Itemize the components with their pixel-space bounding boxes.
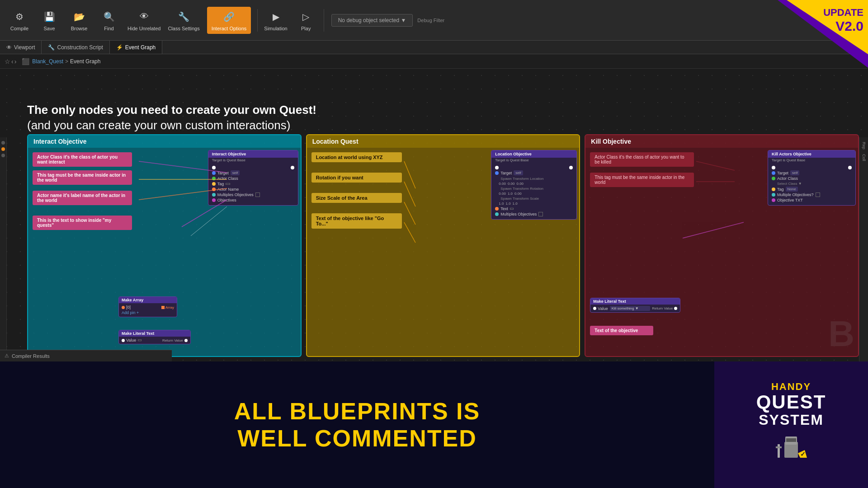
- svg-line-7: [404, 202, 415, 225]
- location-node-subtitle: Target is Quest Base: [491, 158, 576, 163]
- objectives-pin: [212, 198, 216, 202]
- loc-mult-checkbox[interactable]: [538, 212, 543, 216]
- location-item-4: Text of the objective like "Go To...": [311, 213, 402, 229]
- compile-button[interactable]: ⚙ Compile: [8, 9, 31, 31]
- actor-class-label: Actor Class: [217, 176, 238, 181]
- back-arrow-icon[interactable]: ‹: [11, 58, 14, 65]
- tab-bar: 👁 Viewport 🔧 Construction Script ⚡ Event…: [0, 41, 868, 54]
- kill-objective-panel: Kill Objective Actor Class it's the clas…: [585, 134, 859, 357]
- mult-objectives-label: Multiples Objectives: [217, 192, 254, 197]
- literal-return-pin: [184, 339, 188, 342]
- svg-rect-14: [786, 438, 796, 442]
- literal-return-label: Return Value: [162, 338, 183, 343]
- coll-label: Coll: [862, 154, 866, 161]
- rot-y-label: 1.0: [508, 192, 513, 196]
- update-badge-text: UPDATE V2.0: [823, 7, 863, 34]
- kill-mult-checkbox[interactable]: [816, 192, 820, 197]
- class-settings-button[interactable]: 🔧 Class Settings: [168, 9, 199, 31]
- kill-literal-value-label: Value: [598, 306, 608, 311]
- toolbar-separator-2: [324, 9, 324, 32]
- save-button[interactable]: 💾 Save: [38, 9, 61, 31]
- tag-label: Tag: [217, 182, 224, 186]
- background-b-letter: B: [828, 313, 854, 355]
- kill-exec-in: [772, 166, 775, 169]
- svg-line-5: [404, 161, 415, 188]
- array-out-label: Array: [165, 305, 174, 310]
- interact-objective-body: Actor Class it's the class of actor you …: [28, 148, 301, 353]
- kill-literal-header: Make Literal Text: [590, 298, 680, 305]
- star-icon[interactable]: ☆: [5, 58, 10, 65]
- literal-value-input[interactable]: [138, 339, 142, 341]
- svg-rect-16: [776, 446, 782, 448]
- loc-mult-pin: [495, 212, 499, 216]
- interact-options-button[interactable]: 🔗 Interact Options: [207, 7, 251, 34]
- mult-objectives-checkbox[interactable]: [255, 192, 260, 197]
- breadcrumb-bar: ☆ ‹ › ⬛ Blank_Quest > Event Graph: [0, 54, 868, 69]
- big-text-line2: WELL COMMENTED: [237, 425, 477, 452]
- spawn-transform-scale-label: Spawn Transform Scale: [495, 196, 573, 201]
- kill-return-pin: [674, 307, 677, 310]
- kill-make-literal-node: Make Literal Text Value Kill something ▼…: [590, 298, 680, 313]
- breadcrumb-separator: >: [65, 58, 68, 65]
- tag-input[interactable]: [226, 183, 230, 185]
- breadcrumb-current: Event Graph: [70, 58, 100, 65]
- class-settings-icon: 🔧: [177, 9, 191, 24]
- simulation-button[interactable]: ▶ Simulation: [264, 9, 287, 31]
- tab-viewport[interactable]: 👁 Viewport: [0, 41, 42, 54]
- interact-item-1: Actor Class it's the class of actor you …: [33, 152, 132, 167]
- kill-something-dropdown[interactable]: Kill something ▼: [610, 306, 651, 311]
- kill-objective-node: Kill Actors Objective Target is Quest Ba…: [768, 150, 856, 206]
- debug-filter-label: Debug Filter: [417, 18, 444, 23]
- hide-unrelated-icon: 👁: [137, 9, 151, 24]
- blueprint-text-box: ALL BLUEPRINTS IS WELL COMMENTED: [0, 361, 714, 488]
- kill-objective-header: Kill Objective: [585, 135, 858, 148]
- loc-target-pin: [495, 171, 499, 175]
- tab-construction-script[interactable]: 🔧 Construction Script: [42, 41, 109, 54]
- rot-z-label: 0.00: [514, 192, 522, 196]
- kill-node-subtitle: Target is Quest Base: [768, 158, 855, 163]
- compiler-results-label: Compiler Results: [12, 353, 50, 359]
- actor-name-label: Actor Name: [217, 187, 239, 192]
- svg-line-6: [404, 182, 415, 206]
- kill-target-label: Target: [777, 171, 788, 175]
- tab-event-graph[interactable]: ⚡ Event Graph: [110, 41, 162, 54]
- spawn-transform-location-label: Spawn Transform Location: [495, 176, 573, 181]
- add-pin-button[interactable]: Add pin +: [122, 310, 174, 315]
- browse-button[interactable]: 📂 Browse: [68, 9, 90, 31]
- browse-icon: 📂: [72, 9, 86, 24]
- sidebar-dot-2: [1, 147, 5, 151]
- hide-unrelated-button[interactable]: 👁 Hide Unrelated: [127, 9, 160, 31]
- kill-mult-label: Multiple Objectives?: [777, 192, 814, 197]
- save-icon: 💾: [42, 9, 57, 24]
- make-literal-text-node: Make Literal Text Value Return Value: [118, 330, 191, 344]
- loc-mult-label: Multiples Objectives: [500, 212, 537, 216]
- find-button[interactable]: 🔍 Find: [98, 9, 120, 31]
- viewport-icon: 👁: [6, 44, 12, 51]
- overlay-line2: (and you can create your own custom inte…: [27, 118, 316, 133]
- location-item-2: Rotation if you want: [311, 173, 402, 183]
- loc-x-label: 0.00: [499, 182, 506, 186]
- loc-target-label: Target: [500, 171, 512, 175]
- play-button[interactable]: ▷ Play: [295, 9, 317, 31]
- spawn-transform-rotation-label: Spawn Transform Rotation: [495, 186, 573, 191]
- rep-label: Rep: [862, 142, 866, 150]
- play-icon: ▷: [299, 9, 313, 24]
- breadcrumb-home[interactable]: Blank_Quest: [32, 58, 63, 65]
- objectives-label: Objectives: [217, 198, 236, 202]
- location-quest-body: Location at world using XYZ Rotation if …: [307, 148, 580, 353]
- knight-icon: ✓: [773, 433, 809, 469]
- simulation-icon: ▶: [269, 9, 283, 24]
- literal-value-label: Value: [126, 338, 136, 343]
- forward-arrow-icon[interactable]: ›: [14, 58, 17, 65]
- text-input[interactable]: [510, 208, 514, 210]
- debug-filter-dropdown[interactable]: No debug object selected ▼: [331, 14, 413, 27]
- svg-line-8: [404, 222, 415, 243]
- location-node-header: Location Objective: [491, 150, 576, 158]
- kill-actor-class-pin: [772, 177, 775, 180]
- breadcrumb-path: Blank_Quest > Event Graph: [32, 58, 100, 65]
- kill-target-pin: [772, 171, 775, 175]
- make-array-node: Make Array [0] Array Add pin +: [118, 296, 177, 317]
- self-tag: self: [231, 170, 240, 175]
- nodes-container: Interact Objective Actor Class it's the …: [27, 134, 859, 357]
- find-icon: 🔍: [102, 9, 116, 24]
